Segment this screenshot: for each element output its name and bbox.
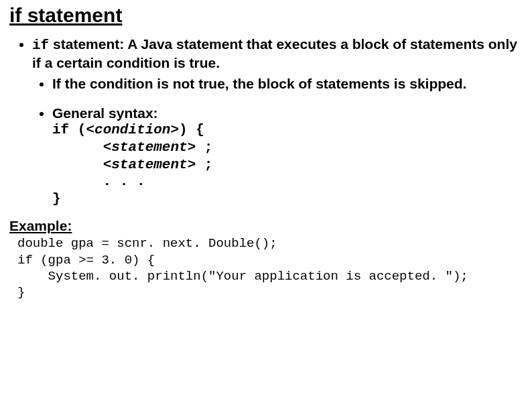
slide: if statement if statement: A Java statem… [0,0,532,399]
syntax-statement-2: <statement> [103,157,196,172]
syntax-if-open-b: ) { [179,122,204,137]
slide-title: if statement [9,4,523,26]
syntax-line3-semi: ; [196,157,212,172]
syntax-line2-pad [52,139,103,155]
syntax-line3-pad [52,157,103,172]
general-syntax-label: General syntax: [52,105,158,121]
bullet-if-definition: if statement: A Java statement that exec… [32,36,523,207]
sub-bullet-list: If the condition is not true, the block … [32,75,523,207]
syntax-block: if (<condition>) { <statement> ; <statem… [52,121,523,207]
if-definition-text: statement: A Java statement that execute… [32,36,517,70]
sub-bullet-condition-false: If the condition is not true, the block … [52,75,523,93]
syntax-ellipsis: . . . [52,174,145,189]
sub-bullet-syntax: General syntax: if (<condition>) { <stat… [52,105,523,208]
sub-bullet-condition-false-text: If the condition is not true, the block … [52,76,466,91]
syntax-statement-1: <statement> [103,139,196,155]
syntax-line2-semi: ; [196,139,212,155]
syntax-close-brace: } [52,191,61,207]
bullet-list: if statement: A Java statement that exec… [9,36,523,207]
syntax-condition: <condition> [86,122,179,137]
example-code-block: double gpa = scnr. next. Double(); if (g… [17,235,523,300]
example-heading: Example: [9,218,523,234]
syntax-if-open-a: if ( [52,122,86,137]
if-keyword: if [32,38,49,53]
